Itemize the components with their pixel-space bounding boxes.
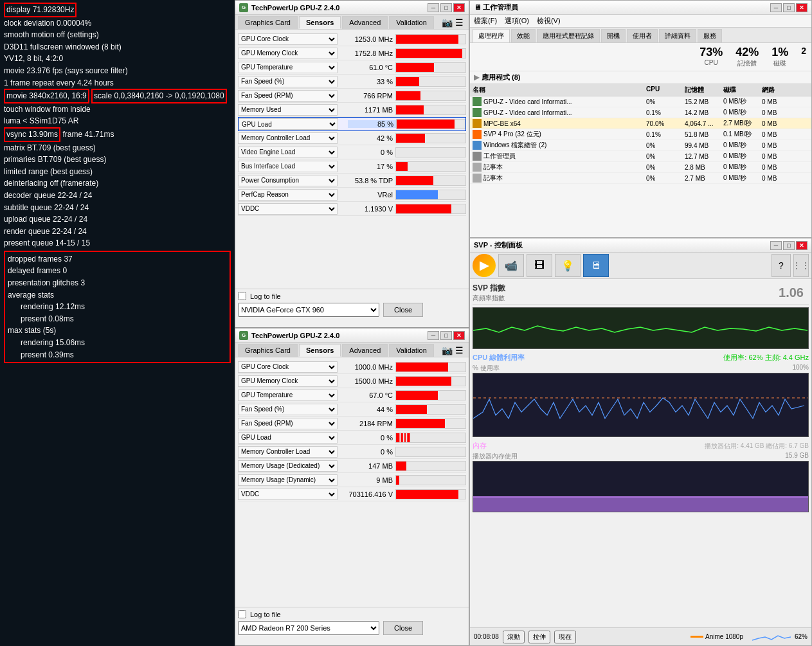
task-manager-header: 名稱 CPU 記憶體 磁碟 網路: [470, 84, 811, 96]
camera-icon-b[interactable]: 📷: [442, 345, 453, 355]
svp-scroll-btn[interactable]: 滾動: [503, 631, 525, 643]
tab-services[interactable]: 服務: [698, 29, 722, 42]
sensor-gpu-temp-bottom: GPU Temperature 67.0 °C: [238, 388, 466, 402]
tm-menu-file[interactable]: 檔案(F): [474, 16, 497, 26]
present-queue: present queue 14-15 / 15: [4, 237, 231, 249]
close-button-b[interactable]: ✕: [453, 331, 465, 340]
svp-film-btn[interactable]: 🎞: [527, 254, 552, 277]
tm-close-btn[interactable]: ✕: [796, 3, 807, 12]
sensor-memory-used-top: Memory Used 1171 MB: [238, 103, 466, 117]
table-row: Windows 檔案總管 (2) 0% 99.4 MB 0 MB/秒 0 MB: [470, 140, 811, 151]
d3d11-info: D3D11 fullscreen windowed (8 bit): [4, 41, 231, 53]
tab-graphics-card-top[interactable]: Graphics Card: [238, 16, 298, 29]
sensor-gpu-mem-clock-bottom: GPU Memory Clock 1500.0 MHz: [238, 374, 466, 388]
cpu-label: CPU 線體利用率: [473, 353, 525, 363]
tab-sensors-top[interactable]: Sensors: [299, 16, 341, 29]
svp-now-btn[interactable]: 現在: [554, 631, 576, 643]
svp-legend: Anime 1080p: [690, 633, 743, 640]
gpuz-bottom-title: TechPowerUp GPU-Z 2.4.0: [251, 332, 339, 339]
menu-icon[interactable]: ☰: [455, 17, 464, 28]
svp-minimize-btn[interactable]: ─: [770, 241, 782, 250]
mem-max-label: 15.9 GB: [785, 452, 809, 459]
tab-sensors-bottom[interactable]: Sensors: [299, 344, 341, 357]
stats-block: dropped frames 37 delayed frames 0 prese…: [4, 251, 231, 363]
svp-help-btn[interactable]: ?: [771, 254, 791, 277]
svp-bottom-bar: 00:08:08 滾動 拉伸 現在 Anime 1080p 62%: [470, 627, 811, 645]
cpu-section-header: CPU 線體利用率 使用率: 62% 主頻: 4.4 GHz: [473, 352, 809, 364]
tm-menu-view[interactable]: 檢視(V): [537, 16, 561, 26]
tab-graphics-card-bottom[interactable]: Graphics Card: [238, 344, 298, 357]
tm-maximize-btn[interactable]: □: [783, 3, 795, 12]
mem-stats: 播放器佔用: 4.41 GB 總佔用: 6.7 GB: [705, 442, 809, 451]
svp-dots-btn[interactable]: ⋮⋮: [793, 254, 809, 277]
sensor-perfcap-top: PerfCap Reason VRel: [238, 188, 466, 202]
tab-advanced-top[interactable]: Advanced: [342, 16, 388, 29]
svg-rect-3: [407, 433, 410, 443]
minimize-button-b[interactable]: ─: [428, 331, 439, 340]
vsync-info: vsync 13.90ms frame 41.71ms: [4, 127, 231, 142]
cpu-stat: 73% CPU: [699, 46, 723, 68]
gpuz-bottom-tabs: Graphics Card Sensors Advanced Validatio…: [235, 343, 469, 357]
gpuz-bottom-icon: G: [239, 331, 248, 340]
tab-app-history[interactable]: 應用程式歷程記錄: [537, 29, 600, 42]
expand-arrow-apps[interactable]: ▶: [474, 73, 479, 82]
tab-details[interactable]: 詳細資料: [659, 29, 696, 42]
sensor-mem-ctrl-load-top: Memory Controller Load 42 %: [238, 131, 466, 145]
task-manager-tabs: 處理程序 效能 應用程式歷程記錄 開機 使用者 詳細資料 服務: [470, 28, 811, 43]
svg-rect-0: [396, 433, 399, 443]
mem-section-header: 內存 播放器佔用: 4.41 GB 總佔用: 6.7 GB: [473, 440, 809, 452]
gpu-select-top[interactable]: NVIDIA GeForce GTX 960: [238, 303, 379, 317]
cpu-chart-area: [473, 373, 809, 437]
movie-res: movie 3840x2160, 16:9: [4, 89, 89, 103]
svp-time: 00:08:08: [474, 633, 499, 640]
log-to-file-checkbox-top[interactable]: [238, 292, 246, 300]
section-apps-label: 應用程式 (8): [482, 73, 521, 82]
clock-deviation: clock deviation 0.00004%: [4, 17, 231, 30]
svp-video-btn[interactable]: 📹: [498, 254, 524, 277]
maximize-button[interactable]: □: [440, 3, 452, 12]
app-icon: [473, 97, 482, 106]
sensor-fan-pct-top: Fan Speed (%) 33 %: [238, 75, 466, 89]
tab-performance[interactable]: 效能: [511, 29, 536, 42]
tm-minimize-btn[interactable]: ─: [770, 3, 782, 12]
svp-panel-window: SVP - 控制面板 ─ □ ✕ ▶ 📹 🎞 💡 🖥 ? ⋮⋮ SVP 指數 高…: [469, 238, 812, 646]
tab-advanced-bottom[interactable]: Advanced: [342, 344, 388, 357]
cpu-100-label: 100%: [792, 364, 809, 373]
task-manager-title: 🖥 工作管理員: [474, 3, 518, 12]
tm-menu-options[interactable]: 選項(O): [505, 16, 529, 26]
log-to-file-checkbox-bottom[interactable]: [238, 610, 246, 618]
svp-maximize-btn[interactable]: □: [783, 241, 795, 250]
tab-users[interactable]: 使用者: [627, 29, 658, 42]
menu-icon-b[interactable]: ☰: [455, 345, 464, 355]
sensor-fan-pct-bottom: Fan Speed (%) 44 %: [238, 402, 466, 417]
tab-startup[interactable]: 開機: [601, 29, 626, 42]
render-queue: render queue 22-24 / 24: [4, 226, 231, 238]
sensor-gpu-core-clock-top: GPU Core Clock 1253.0 MHz: [238, 32, 466, 46]
gpu-select-bottom[interactable]: AMD Radeon R7 200 Series: [238, 621, 379, 635]
sensor-mem-usage-dynamic-bottom: Memory Usage (Dynamic) 9 MB: [238, 473, 466, 487]
sensor-video-engine-top: Video Engine Load 0 %: [238, 145, 466, 159]
maximize-button-b[interactable]: □: [440, 331, 452, 340]
minimize-button[interactable]: ─: [428, 3, 439, 12]
close-button-top[interactable]: Close: [383, 303, 423, 317]
svp-close-btn[interactable]: ✕: [796, 241, 807, 250]
tab-processes[interactable]: 處理程序: [473, 29, 510, 42]
svp-stretch-btn[interactable]: 拉伸: [528, 631, 550, 643]
sensor-vddc-bottom: VDDC 703116.416 V: [238, 487, 466, 501]
close-button-bottom[interactable]: Close: [383, 621, 423, 635]
touch-window: touch window from inside: [4, 103, 231, 116]
sensor-bus-interface-top: Bus Interface Load 17 %: [238, 159, 466, 174]
app-icon: [473, 174, 482, 183]
sensor-gpu-load-bottom: GPU Load 0 %: [238, 431, 466, 445]
svp-monitor-btn[interactable]: 🖥: [583, 254, 609, 277]
svp-title: SVP - 控制面板: [474, 240, 523, 250]
cpu-pct-label: % 使用率: [473, 364, 500, 373]
svg-rect-2: [404, 433, 406, 443]
close-button[interactable]: ✕: [453, 3, 465, 12]
svp-bulb-btn[interactable]: 💡: [555, 254, 581, 277]
tab-validation-bottom[interactable]: Validation: [389, 344, 434, 357]
tab-validation-top[interactable]: Validation: [389, 16, 434, 29]
camera-icon[interactable]: 📷: [442, 17, 453, 28]
table-row: GPU-Z - Video card Informati... 0.1% 14.…: [470, 107, 811, 118]
highlight-display: display 71.92830Hz: [4, 3, 77, 17]
